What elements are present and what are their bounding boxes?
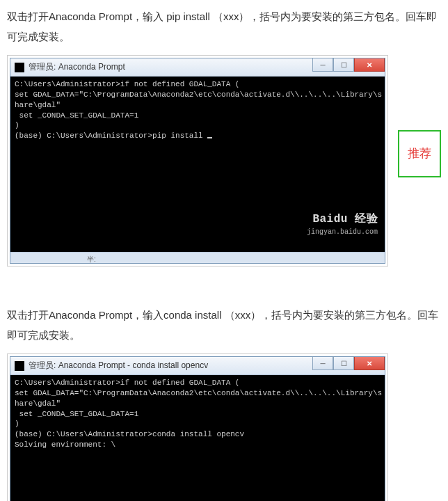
terminal-window-2: 管理员: Anaconda Prompt - conda install ope… (10, 356, 385, 501)
section1-description: 双击打开Anaconda Prompt，输入 pip install （xxx）… (7, 7, 441, 47)
titlebar-2: 管理员: Anaconda Prompt - conda install ope… (10, 357, 385, 375)
screenshot-1: 管理员: Anaconda Prompt ─ ☐ ✕ C:\Users\Admi… (7, 55, 388, 267)
maximize-icon: ☐ (341, 58, 347, 72)
terminal-body-1[interactable]: C:\Users\Administrator>if not defined GD… (10, 77, 385, 252)
term-line: C:\Users\Administrator>if not defined GD… (15, 79, 381, 90)
app-icon (15, 361, 24, 371)
term-line: set _CONDA_SET_GDAL_DATA=1 (15, 409, 381, 420)
watermark-url: jingyan.baidu.com (307, 228, 378, 237)
term-line: (base) C:\Users\Administrator>conda inst… (15, 429, 381, 440)
window-controls-2: ─ ☐ ✕ (312, 357, 385, 370)
maximize-icon: ☐ (341, 357, 347, 370)
minimize-button[interactable]: ─ (312, 357, 333, 370)
app-icon (15, 63, 24, 72)
screenshot-2: 管理员: Anaconda Prompt - conda install ope… (7, 353, 388, 501)
term-line: set GDAL_DATA="C:\ProgramData\Anaconda2\… (15, 90, 381, 100)
terminal-body-2[interactable]: C:\Users\Administrator>if not defined GD… (10, 375, 385, 501)
close-icon: ✕ (367, 357, 372, 370)
titlebar-text-1: 管理员: Anaconda Prompt (29, 59, 125, 75)
term-line: ) (15, 120, 381, 131)
minimize-icon: ─ (320, 58, 325, 72)
term-prompt-line: (base) C:\Users\Administrator>pip instal… (15, 131, 381, 141)
maximize-button[interactable]: ☐ (333, 357, 354, 370)
maximize-button[interactable]: ☐ (333, 58, 354, 72)
minimize-icon: ─ (320, 357, 325, 370)
close-icon: ✕ (367, 58, 372, 72)
minimize-button[interactable]: ─ (312, 58, 333, 72)
term-line: Solving environment: \ (15, 440, 381, 450)
term-line: hare\gdal" (15, 100, 381, 111)
term-line: set _CONDA_SET_GDAL_DATA=1 (15, 111, 381, 121)
cursor-icon (207, 137, 212, 138)
statusbar-1: 半: (10, 252, 385, 263)
watermark: Baidu 经验 jingyan.baidu.com (307, 212, 378, 237)
recommend-label: 推荐 (408, 143, 431, 165)
term-line: set GDAL_DATA="C:\ProgramData\Anaconda2\… (15, 388, 381, 399)
window-controls-1: ─ ☐ ✕ (312, 58, 385, 72)
close-button[interactable]: ✕ (354, 58, 385, 72)
titlebar-1: 管理员: Anaconda Prompt ─ ☐ ✕ (10, 58, 385, 77)
section2-description: 双击打开Anaconda Prompt，输入conda install （xxx… (7, 305, 441, 345)
recommend-badge[interactable]: 推荐 (398, 130, 441, 177)
close-button[interactable]: ✕ (354, 357, 385, 370)
term-line: hare\gdal" (15, 399, 381, 409)
watermark-logo: Baidu 经验 (307, 212, 378, 228)
terminal-window-1: 管理员: Anaconda Prompt ─ ☐ ✕ C:\Users\Admi… (10, 58, 385, 264)
term-line: C:\Users\Administrator>if not defined GD… (15, 378, 381, 388)
titlebar-text-2: 管理员: Anaconda Prompt - conda install ope… (29, 358, 208, 374)
term-line: ) (15, 419, 381, 429)
